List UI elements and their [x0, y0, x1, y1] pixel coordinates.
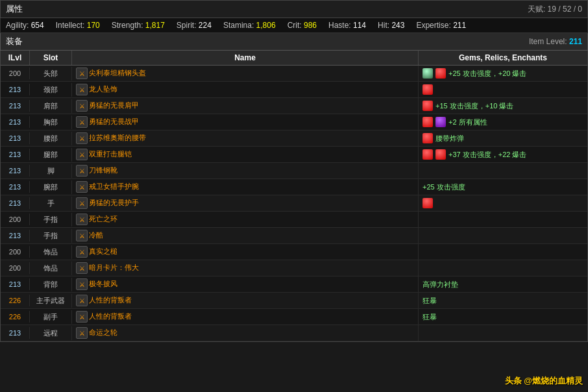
cell-slot: 胸部	[30, 116, 72, 129]
cell-slot: 背部	[30, 278, 72, 291]
cell-gems: +2 所有属性	[419, 115, 587, 129]
cell-name[interactable]: ⚔暗月卡片：伟大	[72, 260, 419, 276]
table-row: 213腕部⚔戒卫女猎手护腕+25 攻击强度	[1, 179, 587, 195]
cell-name[interactable]: ⚔勇猛的无畏护手	[72, 195, 419, 211]
cell-slot: 主手武器	[30, 294, 72, 308]
cell-ilvl: 226	[1, 295, 30, 306]
cell-name[interactable]: ⚔勇猛的无畏战甲	[72, 114, 419, 130]
item-icon: ⚔	[76, 84, 88, 95]
table-row: 200头部⚔尖利泰坦精钢头盔+25 攻击强度，+20 爆击	[1, 66, 587, 82]
cell-ilvl: 213	[1, 181, 30, 193]
cell-name[interactable]: ⚔极冬披风	[72, 276, 419, 292]
cell-slot: 肩部	[30, 99, 72, 113]
stat-item: Intellect: 170	[56, 21, 100, 30]
gem-purple	[435, 117, 446, 127]
cell-name[interactable]: ⚔双重打击腿铠	[72, 147, 419, 162]
cell-name[interactable]: ⚔刀锋钢靴	[72, 163, 419, 178]
attributes-title: 属性	[6, 3, 23, 15]
cell-gems	[419, 196, 587, 210]
cell-gems: 腰带炸弹	[419, 131, 587, 145]
enchant-text: 狂暴	[423, 296, 437, 306]
cell-name[interactable]: ⚔命运之轮	[72, 325, 419, 341]
cell-slot: 饰品	[30, 245, 72, 259]
item-icon: ⚔	[76, 214, 88, 225]
enchant-text: +37 攻击强度，+22 爆击	[448, 150, 526, 160]
cell-gems: +15 攻击强度，+10 爆击	[419, 99, 587, 113]
table-row: 200手指⚔死亡之环	[1, 212, 587, 228]
item-icon: ⚔	[76, 116, 88, 128]
gem-meta	[423, 68, 433, 79]
table-row: 213远程⚔命运之轮	[1, 325, 587, 341]
enchant-text: +2 所有属性	[448, 117, 487, 127]
cell-name[interactable]: ⚔人性的背叛者	[72, 293, 419, 308]
stat-item: Crit: 986	[288, 21, 317, 30]
table-row: 213背部⚔极冬披风高弹力衬垫	[1, 276, 587, 293]
item-icon: ⚔	[76, 311, 88, 323]
stat-item: Agility: 654	[6, 21, 44, 30]
cell-slot: 颈部	[30, 83, 72, 97]
table-row: 213胸部⚔勇猛的无畏战甲+2 所有属性	[1, 114, 587, 130]
equip-title: 装备	[6, 36, 23, 47]
cell-slot: 脚	[30, 164, 72, 178]
talent-info: 天赋: 19 / 52 / 0	[528, 4, 582, 15]
enchant-text: +25 攻击强度，+20 爆击	[448, 69, 526, 79]
cell-name[interactable]: ⚔龙人坠饰	[72, 82, 419, 97]
item-icon: ⚔	[76, 230, 88, 241]
cell-name[interactable]: ⚔尖利泰坦精钢头盔	[72, 66, 419, 81]
cell-ilvl: 213	[1, 165, 30, 177]
table-row: 213肩部⚔勇猛的无畏肩甲+15 攻击强度，+10 爆击	[1, 98, 587, 114]
item-icon: ⚔	[76, 327, 88, 339]
cell-ilvl: 200	[1, 214, 30, 225]
cell-slot: 饰品	[30, 262, 72, 275]
item-icon: ⚔	[76, 246, 88, 258]
cell-name[interactable]: ⚔真实之槌	[72, 244, 419, 260]
item-icon: ⚔	[76, 67, 88, 79]
stats-bar: Agility: 654Intellect: 170Strength: 1,81…	[0, 18, 588, 33]
table-row: 213腿部⚔双重打击腿铠+37 攻击强度，+22 爆击	[1, 147, 587, 163]
table-row: 200饰品⚔真实之槌	[1, 244, 587, 260]
enchant-text: 狂暴	[423, 312, 437, 322]
cell-slot: 手指	[30, 213, 72, 227]
th-2: Name	[72, 51, 419, 65]
cell-gems	[419, 266, 587, 270]
gem-red	[435, 68, 446, 79]
stat-item: Expertise: 211	[416, 21, 466, 30]
cell-name[interactable]: ⚔人性的背叛者	[72, 309, 419, 325]
th-1: Slot	[30, 51, 72, 65]
cell-gems: +25 攻击强度	[419, 180, 587, 194]
cell-name[interactable]: ⚔冷酷	[72, 228, 419, 243]
cell-slot: 副手	[30, 310, 72, 324]
enchant-text: +25 攻击强度	[423, 182, 465, 192]
item-icon: ⚔	[76, 197, 88, 209]
cell-name[interactable]: ⚔勇猛的无畏肩甲	[72, 98, 419, 114]
enchant-text: +15 攻击强度，+10 爆击	[435, 101, 513, 111]
cell-ilvl: 213	[1, 132, 30, 144]
cell-ilvl: 213	[1, 327, 30, 339]
item-icon: ⚔	[76, 149, 88, 160]
enchant-text: 腰带炸弹	[435, 134, 464, 143]
item-icon: ⚔	[76, 132, 88, 144]
table-row: 200饰品⚔暗月卡片：伟大	[1, 260, 587, 276]
stat-item: Spirit: 224	[177, 21, 212, 30]
cell-name[interactable]: ⚔死亡之环	[72, 212, 419, 227]
table-header: ILvlSlotNameGems, Relics, Enchants	[1, 51, 587, 66]
cell-ilvl: 226	[1, 311, 30, 323]
cell-slot: 远程	[30, 326, 72, 340]
top-bar: 属性 天赋: 19 / 52 / 0	[0, 0, 588, 18]
cell-name[interactable]: ⚔拉苏维奥斯的腰带	[72, 130, 419, 146]
cell-ilvl: 213	[1, 149, 30, 160]
cell-gems: +37 攻击强度，+22 爆击	[419, 147, 587, 162]
cell-slot: 腰部	[30, 132, 72, 145]
gem-red	[423, 101, 433, 111]
gem-red	[435, 149, 446, 160]
cell-slot: 手	[30, 197, 72, 210]
gem-red	[423, 84, 433, 95]
table-row: 213手⚔勇猛的无畏护手	[1, 195, 587, 212]
item-icon: ⚔	[76, 165, 88, 177]
item-icon: ⚔	[76, 181, 88, 193]
cell-slot: 头部	[30, 67, 72, 80]
cell-name[interactable]: ⚔戒卫女猎手护腕	[72, 179, 419, 195]
table-row: 213颈部⚔龙人坠饰	[1, 82, 587, 98]
table-row: 213脚⚔刀锋钢靴	[1, 163, 587, 179]
cell-ilvl: 213	[1, 100, 30, 112]
